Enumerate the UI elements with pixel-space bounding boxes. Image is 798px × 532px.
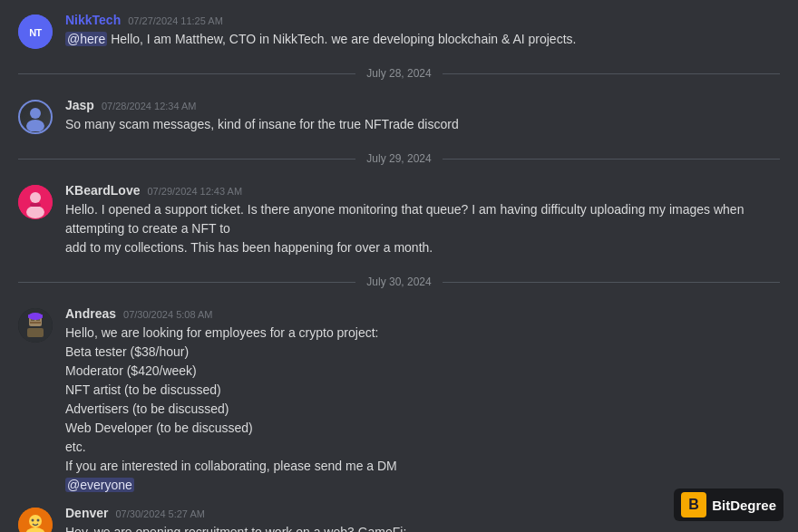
message-line: etc. <box>65 438 780 457</box>
svg-point-19 <box>32 519 34 522</box>
message-line: Hello. I opened a support ticket. Is the… <box>65 200 780 238</box>
bitdegree-icon: B <box>681 492 706 517</box>
message-header: KBeardLove 07/29/2024 12:43 AM <box>65 183 780 198</box>
message-header: Andreas 07/30/2024 5:08 AM <box>65 306 780 321</box>
timestamp: 07/28/2024 12:34 AM <box>102 101 197 111</box>
svg-point-20 <box>37 519 40 522</box>
username: KBeardLove <box>65 183 140 198</box>
andreas-avatar-icon <box>18 308 53 343</box>
message-body: Hello, I am Matthew, CTO in NikkTech. we… <box>111 32 576 46</box>
message-header: Denver 07/30/2024 5:27 AM <box>65 506 780 520</box>
mention-everyone: @everyone <box>65 478 134 492</box>
message-line: Moderator ($420/week) <box>65 362 780 381</box>
timestamp: 07/29/2024 12:43 AM <box>147 186 242 197</box>
svg-rect-7 <box>30 203 41 207</box>
svg-rect-15 <box>28 314 43 318</box>
avatar <box>18 185 53 219</box>
svg-point-5 <box>30 192 41 203</box>
svg-rect-10 <box>27 328 44 337</box>
chat-container[interactable]: NT NikkTech 07/27/2024 11:25 AM @here He… <box>0 0 798 532</box>
message-line: Hey, we are opening recruitment to work … <box>65 523 780 532</box>
svg-text:NT: NT <box>29 27 42 38</box>
message-group: Andreas 07/30/2024 5:08 AM Hello, we are… <box>0 303 798 498</box>
message-content: Andreas 07/30/2024 5:08 AM Hello, we are… <box>65 306 780 495</box>
date-label: July 30, 2024 <box>355 276 442 288</box>
svg-rect-13 <box>30 322 41 324</box>
message-content: Jasp 07/28/2024 12:34 AM So many scam me… <box>65 98 780 134</box>
svg-point-2 <box>30 108 41 119</box>
avatar: NT <box>18 15 53 49</box>
message-line: Advertisers (to be discussed) <box>65 400 780 419</box>
date-label: July 29, 2024 <box>355 152 442 165</box>
message-text: Hello, we are looking for employees for … <box>65 324 780 495</box>
message-line: If you are interested in collaborating, … <box>65 457 780 476</box>
message-text: Hello. I opened a support ticket. Is the… <box>65 200 780 257</box>
denver-avatar-icon <box>18 508 53 532</box>
message-content: KBeardLove 07/29/2024 12:43 AM Hello. I … <box>65 183 780 257</box>
message-line: NFT artist (to be discussed) <box>65 381 780 400</box>
message-content: Denver 07/30/2024 5:27 AM Hey, we are op… <box>65 506 780 532</box>
message-line: Web Developer (to be discussed) <box>65 419 780 438</box>
username: Jasp <box>65 98 94 112</box>
date-divider: July 28, 2024 <box>18 67 780 80</box>
message-header: Jasp 07/28/2024 12:34 AM <box>65 98 780 112</box>
username: Denver <box>65 506 108 520</box>
timestamp: 07/27/2024 11:25 AM <box>128 15 223 26</box>
avatar <box>18 100 53 134</box>
message-text: Hey, we are opening recruitment to work … <box>65 523 780 532</box>
timestamp: 07/30/2024 5:27 AM <box>115 508 204 519</box>
username: Andreas <box>65 306 116 321</box>
message-line: Beta tester ($38/hour) <box>65 343 780 362</box>
message-content: NikkTech 07/27/2024 11:25 AM @here Hello… <box>65 13 780 49</box>
message-text: @here Hello, I am Matthew, CTO in NikkTe… <box>65 30 780 49</box>
username: NikkTech <box>65 13 121 27</box>
date-label: July 28, 2024 <box>355 67 442 80</box>
message-group: KBeardLove 07/29/2024 12:43 AM Hello. I … <box>0 179 798 261</box>
message-text: So many scam messages, kind of insane fo… <box>65 115 780 134</box>
bitdegree-badge: B BitDegree <box>674 488 783 521</box>
message-group: Jasp 07/28/2024 12:34 AM So many scam me… <box>0 94 798 138</box>
kbeard-avatar-icon <box>18 185 53 219</box>
bitdegree-text: BitDegree <box>712 498 776 513</box>
jasp-avatar-icon <box>21 102 50 131</box>
message-group: NT NikkTech 07/27/2024 11:25 AM @here He… <box>0 9 798 53</box>
message-line: @everyone <box>65 476 780 495</box>
timestamp: 07/30/2024 5:08 AM <box>123 309 212 320</box>
message-line: add to my collections. This has been hap… <box>65 238 780 257</box>
nikktech-avatar-icon: NT <box>18 15 53 49</box>
date-divider: July 29, 2024 <box>18 152 780 165</box>
message-line: Hello, we are looking for employees for … <box>65 324 780 343</box>
mention-here: @here <box>65 32 107 46</box>
svg-point-3 <box>26 120 44 131</box>
avatar <box>18 508 53 532</box>
message-header: NikkTech 07/27/2024 11:25 AM <box>65 13 780 27</box>
date-divider: July 30, 2024 <box>18 276 780 288</box>
svg-point-6 <box>26 206 44 218</box>
avatar <box>18 308 53 343</box>
